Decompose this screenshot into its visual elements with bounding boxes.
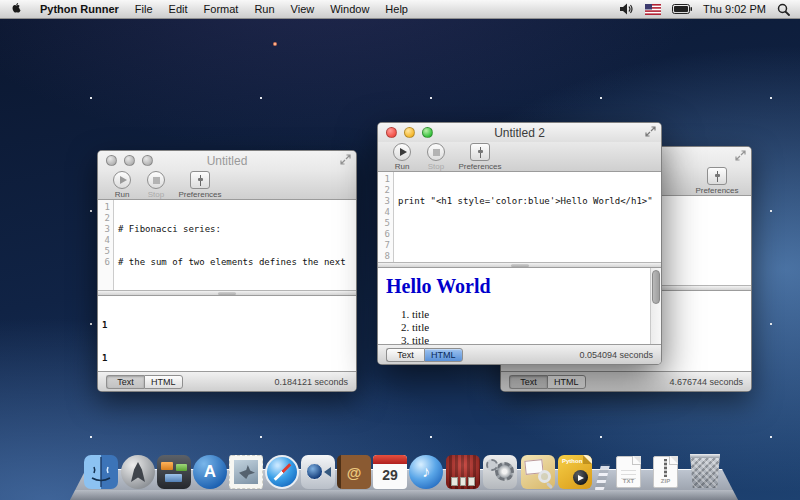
html-mode-button[interactable]: HTML <box>144 375 183 389</box>
spotlight-search-icon[interactable] <box>777 3 790 16</box>
text-mode-button[interactable]: Text <box>509 375 547 389</box>
titlebar-untitled[interactable]: Untitled <box>98 151 356 170</box>
battery-icon[interactable] <box>672 4 692 14</box>
preferences-label: Preferences <box>458 162 501 171</box>
code-lines[interactable]: # Fibonacci series: # the sum of two ele… <box>114 200 356 290</box>
close-button[interactable] <box>106 155 117 166</box>
menu-item-view[interactable]: View <box>291 3 315 15</box>
mini-window <box>161 462 173 470</box>
zoom-button[interactable] <box>422 127 433 138</box>
output-pane-untitled[interactable]: 1 1 2 3 5 8 <box>98 296 356 371</box>
page-fold <box>583 455 592 464</box>
window-untitled-2[interactable]: Untitled 2 Run Stop Preferences 1 2 3 4 … <box>377 122 662 365</box>
code-line: print "<h1 style='color:blue'>Hello Worl… <box>398 196 661 207</box>
toolbar-untitled: Run Stop Preferences <box>98 170 356 200</box>
launchpad-icon[interactable] <box>121 455 155 489</box>
preferences-label: Preferences <box>178 190 221 199</box>
footer-untitled: Text HTML 0.184121 seconds <box>98 371 356 391</box>
html-mode-button[interactable]: HTML <box>424 348 463 362</box>
menu-clock[interactable]: Thu 9:02 PM <box>703 3 766 15</box>
titlebar-untitled-2[interactable]: Untitled 2 <box>378 123 661 142</box>
input-language-flag-icon[interactable] <box>645 4 661 15</box>
calendar-header <box>373 455 407 464</box>
text-mode-button[interactable]: Text <box>106 375 144 389</box>
code-lines[interactable]: print "<h1 style='color:blue'>Hello Worl… <box>394 172 661 262</box>
menu-item-format[interactable]: Format <box>204 3 239 15</box>
code-editor-untitled-2[interactable]: 1 2 3 4 5 6 7 8 print "<h1 style='color:… <box>378 172 661 262</box>
photo-strip <box>451 477 475 486</box>
code-editor-untitled[interactable]: 1 2 3 4 5 6 # Fibonacci series: # the su… <box>98 200 356 290</box>
system-preferences-icon[interactable] <box>483 455 517 489</box>
menu-bar: Python Runner File Edit Format Run View … <box>0 0 800 19</box>
menu-item-file[interactable]: File <box>135 3 153 15</box>
trash-icon[interactable] <box>688 454 722 488</box>
app-store-letter: A <box>204 462 216 482</box>
list-item: title <box>412 321 653 334</box>
html-output: Hello World title title title title titl… <box>378 268 661 344</box>
finder-face <box>84 455 118 489</box>
address-book-icon[interactable]: @ <box>337 455 371 489</box>
text-mode-button[interactable]: Text <box>386 348 424 362</box>
zoom-button[interactable] <box>142 155 153 166</box>
mission-control-icon[interactable] <box>157 455 191 489</box>
code-line <box>398 229 661 240</box>
vertical-scrollbar[interactable] <box>650 268 661 344</box>
fullscreen-icon[interactable] <box>735 150 746 161</box>
html-mode-button[interactable]: HTML <box>547 375 586 389</box>
mini-window <box>176 464 187 471</box>
stop-button[interactable]: Stop <box>140 171 172 199</box>
python-label: Python <box>562 458 582 464</box>
preferences-button[interactable]: Preferences <box>454 143 506 171</box>
run-button[interactable]: Run <box>106 171 138 199</box>
document-page: ZIP <box>653 456 678 488</box>
preferences-slider-icon <box>476 147 485 158</box>
minimize-button[interactable] <box>404 127 415 138</box>
window-untitled[interactable]: Untitled Run Stop Preferences 1 2 3 4 5 … <box>97 150 357 392</box>
code-line: # the sum of two elements defines the ne… <box>118 257 356 268</box>
close-button[interactable] <box>386 127 397 138</box>
txt-label: TXT <box>617 478 640 484</box>
itunes-icon[interactable]: ♪ <box>409 455 443 489</box>
menu-item-run[interactable]: Run <box>254 3 274 15</box>
fullscreen-icon[interactable] <box>645 126 656 137</box>
preferences-button[interactable]: Preferences <box>691 167 743 195</box>
app-store-icon[interactable]: A <box>193 455 227 489</box>
code-line: # Fibonacci series: <box>118 224 356 235</box>
music-note-glyph: ♪ <box>422 463 430 481</box>
facetime-icon[interactable] <box>301 455 335 489</box>
volume-icon[interactable] <box>620 3 634 15</box>
preview-icon[interactable] <box>521 455 555 489</box>
footer-right: Text HTML 4.676744 seconds <box>501 371 751 391</box>
zip-archive-icon[interactable]: ZIP <box>649 455 683 489</box>
minimize-button[interactable] <box>124 155 135 166</box>
output-pane-untitled-2[interactable]: Hello World title title title title titl… <box>378 268 661 344</box>
list-item: title <box>412 308 653 321</box>
calendar-icon[interactable]: 29 <box>373 455 407 489</box>
run-label: Run <box>115 190 130 199</box>
traffic-lights <box>106 155 153 166</box>
preferences-button[interactable]: Preferences <box>174 171 226 199</box>
txt-document-icon[interactable]: TXT <box>612 455 646 489</box>
menu-app-name[interactable]: Python Runner <box>40 3 119 15</box>
fullscreen-icon[interactable] <box>340 154 351 165</box>
stop-button[interactable]: Stop <box>420 143 452 171</box>
finder-icon[interactable] <box>84 455 118 489</box>
traffic-lights <box>386 127 433 138</box>
toolbar-untitled-2: Run Stop Preferences <box>378 142 661 172</box>
zipper-glyph <box>664 459 667 477</box>
output-mode-segmented: Text HTML <box>386 348 463 362</box>
menu-item-window[interactable]: Window <box>330 3 369 15</box>
mail-icon[interactable] <box>229 455 263 489</box>
safari-icon[interactable] <box>265 455 299 489</box>
at-sign-glyph: @ <box>347 464 362 481</box>
python-runner-icon[interactable]: Python <box>558 455 592 489</box>
zip-label: ZIP <box>654 478 677 484</box>
loupe-handle <box>546 482 553 489</box>
photo-booth-icon[interactable] <box>446 455 480 489</box>
apple-menu-icon[interactable] <box>12 3 24 16</box>
document-page: TXT <box>616 456 641 488</box>
menu-item-help[interactable]: Help <box>385 3 408 15</box>
scrollbar-thumb[interactable] <box>652 270 660 304</box>
menu-item-edit[interactable]: Edit <box>169 3 188 15</box>
run-button[interactable]: Run <box>386 143 418 171</box>
